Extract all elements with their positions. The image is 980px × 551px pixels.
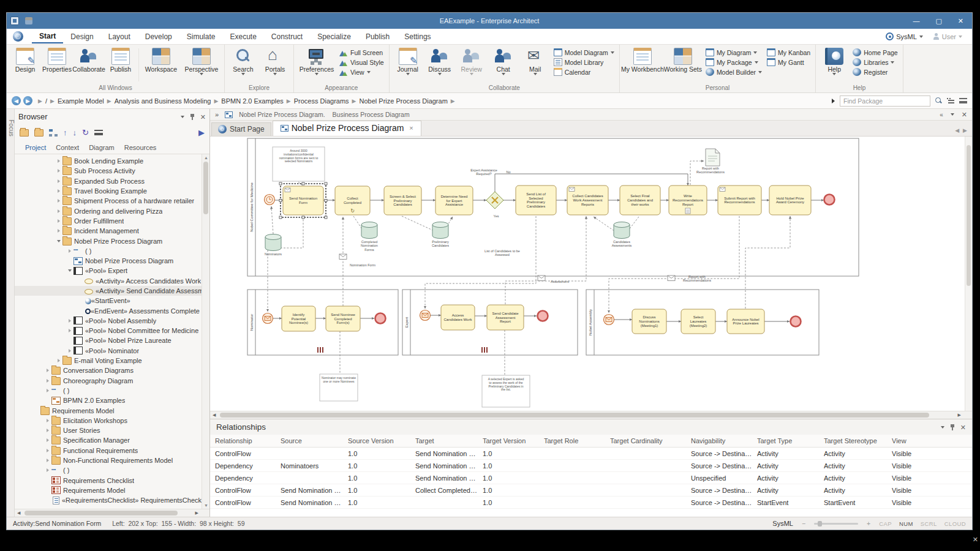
tree-item-ordering-and-delivering-pizza[interactable]: Ordering and delivering Pizza (15, 206, 209, 216)
move-down-icon[interactable]: ↓ (73, 129, 77, 137)
new-element-icon[interactable] (34, 129, 43, 137)
task-submit-report-with-recommendations[interactable]: Submit Report withRecommendations (718, 186, 761, 215)
tree-expander-icon[interactable] (55, 359, 62, 362)
column-header-target-version[interactable]: Target Version (483, 437, 544, 444)
tree-item-specification-manager[interactable]: Specification Manager (15, 435, 209, 445)
tree-item-sub-process-activity[interactable]: Sub Process Activity (15, 166, 209, 176)
column-header-source-version[interactable]: Source Version (348, 437, 415, 444)
text-annotation[interactable]: Nominator may nominateone or more Nomine… (320, 374, 358, 401)
tree-item-functional-requirements[interactable]: Functional Requirements (15, 446, 209, 455)
task-screen-select-preliminary-candidates[interactable]: Screen & SelectPreliminaryCandidates (384, 186, 421, 215)
tree-expander-icon[interactable] (66, 349, 74, 353)
diagram-canvas[interactable]: Nobel Committee for MedicineNominatorExp… (210, 137, 972, 411)
tab-close-icon[interactable]: × (409, 124, 413, 132)
task-access-candidates-work[interactable]: AccessCandidates Work (441, 305, 475, 330)
ribbon-button-working-sets[interactable]: Working Sets (663, 46, 703, 84)
datastore-completed-nomination-forms[interactable]: CompletedNominationForms (361, 222, 378, 252)
relationships-pin-icon[interactable] (950, 424, 955, 430)
tree-expander-icon[interactable] (55, 159, 62, 163)
selection-handle[interactable] (325, 200, 327, 202)
ribbon-button-workspace[interactable]: Workspace (141, 46, 181, 84)
canvas-horizontal-scrollbar[interactable]: ◀ ▶ (210, 411, 972, 419)
table-row[interactable]: ControlFlow1.0Send Nomination Form1.0Sou… (210, 448, 972, 460)
scroll-down-icon[interactable]: ▼ (204, 503, 208, 508)
ribbon-button-search[interactable]: Search (227, 46, 259, 84)
browser-tab-project[interactable]: Project (21, 143, 50, 152)
task-write-recommendations-report[interactable]: WriteRecommendationsReport (669, 186, 707, 215)
ribbon-button-visual-style[interactable]: Visual Style (339, 58, 384, 66)
breadcrumb-item-[interactable]: / (45, 97, 47, 105)
tree-expander-icon[interactable] (44, 369, 51, 372)
ribbon-button-portals[interactable]: Portals (259, 46, 291, 84)
docstrip-close-icon[interactable]: ✕ (962, 111, 967, 118)
canvas-vertical-scrollbar[interactable] (965, 137, 972, 411)
ribbon-button-calendar[interactable]: Calendar (554, 68, 614, 76)
tree-expander-icon[interactable] (55, 219, 62, 223)
datastore-preliminary-candidates[interactable]: PreliminaryCandidates (432, 222, 449, 248)
column-header-target-type[interactable]: Target Type (757, 437, 824, 444)
menu-tab-design[interactable]: Design (63, 30, 100, 43)
tree-expander-icon[interactable] (44, 449, 51, 452)
tree-item-choreography-diagram[interactable]: Choreography Diagram (15, 376, 209, 386)
canvas-scroll-right-icon[interactable]: ▶ (958, 413, 961, 418)
tree-expander-icon[interactable] (44, 468, 51, 472)
browse-tree-icon[interactable] (947, 98, 954, 104)
focus-side-tab[interactable]: Focus (7, 109, 15, 517)
column-header-relationship[interactable]: Relationship (215, 437, 281, 444)
tree-expander-icon[interactable] (55, 229, 62, 233)
table-row[interactable]: DependencyNominatoers1.0Send Nomination … (210, 460, 972, 472)
ribbon-button-model-builder[interactable]: Model Builder (706, 68, 762, 76)
tab-scroll-left-icon[interactable]: ◀ (955, 127, 959, 133)
tree-expander-icon[interactable] (44, 419, 51, 422)
tree-item-requirementschecklist-requirementschecklist[interactable]: «RequirementsChecklist» RequirementsChec… (15, 495, 209, 505)
tree-item-non-functional-requirements-model[interactable]: Non-Functional Requirements Model (15, 455, 209, 465)
tree-item-elicitation-workshops[interactable]: Elicitation Workshops (15, 416, 209, 425)
ribbon-button-help[interactable]: Help (818, 46, 850, 84)
zoom-in-icon[interactable]: + (867, 520, 870, 527)
scroll-right-icon[interactable]: ▶ (195, 511, 198, 515)
table-row[interactable]: ControlFlowSend Nomination Form1.0Collec… (210, 484, 972, 497)
ribbon-button-model-diagram[interactable]: Model Diagram (554, 48, 614, 56)
tree-expander-icon[interactable] (44, 438, 51, 442)
ribbon-button-my-diagram[interactable]: My Diagram (706, 48, 762, 56)
user-selector[interactable]: User (942, 33, 956, 40)
task-discuss-nominations-meeting1[interactable]: DiscussNominations(Meeting1) (632, 309, 666, 334)
hierarchy-icon[interactable] (49, 129, 58, 137)
tree-item-travel-booking-example[interactable]: Travel Booking Example (15, 186, 209, 196)
tree-item-activity-send-candidate-assessm[interactable]: «Activity» Send Candidate Assessm (15, 286, 209, 296)
tree-item-incident-management[interactable]: Incident Management (15, 226, 209, 236)
breadcrumb-item-process-diagrams[interactable]: Process Diagrams (294, 97, 349, 105)
chevrons-left-icon[interactable]: « (940, 111, 943, 118)
browser-options-icon[interactable] (94, 130, 103, 135)
tree-item-activity-access-candidates-work[interactable]: «Activity» Access Candidates Work (15, 276, 209, 286)
tree-item-book-lending-example[interactable]: Book Lending Example (15, 156, 209, 166)
tree-expander-icon[interactable] (44, 429, 51, 432)
nav-back-icon[interactable]: ◀ (12, 96, 21, 105)
ribbon-button-properties[interactable]: Properties (41, 46, 73, 84)
menu-tab-simulate[interactable]: Simulate (179, 30, 223, 43)
flow-connector[interactable] (745, 216, 790, 309)
end-event[interactable] (375, 313, 386, 324)
chevrons-right-icon[interactable]: » (215, 111, 219, 118)
ribbon-button-design[interactable]: Design (9, 46, 41, 84)
gateway-expert-assistance[interactable] (486, 192, 503, 209)
perspective-selector[interactable]: SysML (896, 33, 917, 40)
column-header-target-cardinality[interactable]: Target Cardinality (610, 437, 691, 444)
status-perspective[interactable]: SysML (772, 520, 793, 527)
menu-tab-execute[interactable]: Execute (222, 30, 263, 43)
nav-forward-icon[interactable]: ▶ (23, 96, 32, 105)
selection-handle[interactable] (279, 200, 282, 202)
tree-item-requirements-model[interactable]: Requirements Model (15, 485, 209, 495)
canvas-scroll-left-icon[interactable]: ◀ (213, 413, 216, 418)
move-up-icon[interactable]: ↑ (63, 129, 67, 137)
menu-tab-construct[interactable]: Construct (264, 30, 310, 43)
sync-icon[interactable]: ↻ (82, 129, 89, 137)
menu-hamburger-icon[interactable] (959, 98, 967, 103)
browser-tab-diagram[interactable]: Diagram (85, 143, 119, 152)
task-send-list-of-selected-preliminary-candidates[interactable]: Send List ofSelectedPreliminaryCandidate… (516, 186, 556, 215)
end-event[interactable] (791, 317, 801, 327)
tree-item-nobel-prize-process-diagram[interactable]: Nobel Prize Process Diagram (15, 256, 209, 266)
browser-tab-context[interactable]: Context (51, 143, 83, 152)
task-announce-nobel-prize-laureates[interactable]: Announce NobelPrize Laureates (727, 309, 764, 334)
message-event[interactable] (420, 310, 431, 321)
